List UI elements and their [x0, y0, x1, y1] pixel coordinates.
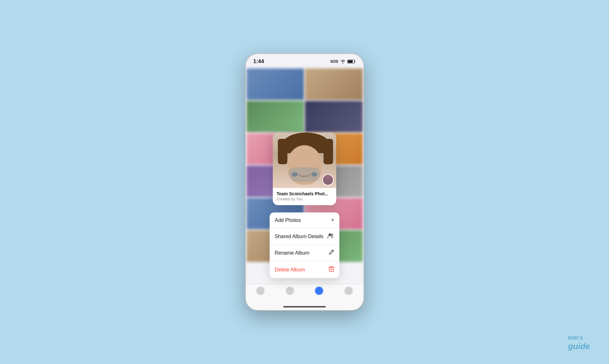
- menu-item-shared-album-details[interactable]: Shared Album Details: [270, 228, 339, 245]
- avatar-inner: [323, 175, 333, 185]
- watermark-line2: guide: [568, 341, 590, 351]
- add-photos-label: Add Photos: [275, 218, 301, 223]
- face-hair-side-right: [324, 139, 333, 164]
- face-shape: [287, 145, 322, 185]
- delete-album-label: Delete Album: [275, 267, 305, 273]
- face-beard: [289, 167, 320, 182]
- rename-album-label: Rename Album: [275, 250, 309, 256]
- battery-icon: [347, 59, 356, 64]
- phone-frame: 1:44 SOS: [245, 53, 364, 311]
- album-preview-card: Team Scmichaels Phot... Created by You: [273, 133, 336, 205]
- menu-item-add-photos[interactable]: Add Photos +: [270, 212, 339, 228]
- face-hair-side-left: [278, 139, 287, 164]
- pencil-icon: [329, 249, 334, 257]
- status-time: 1:44: [253, 58, 264, 65]
- contributor-avatar: [322, 174, 334, 185]
- sos-indicator: SOS: [330, 59, 338, 64]
- status-bar: 1:44 SOS: [246, 54, 363, 68]
- add-icon: +: [331, 217, 334, 224]
- home-indicator: [283, 306, 326, 308]
- album-info: Team Scmichaels Phot... Created by You: [273, 188, 336, 205]
- album-name: Team Scmichaels Phot...: [277, 191, 332, 196]
- svg-rect-1: [348, 60, 353, 63]
- toms-guide-watermark: tom's guide: [568, 335, 590, 351]
- shared-album-details-label: Shared Album Details: [275, 234, 324, 239]
- context-overlay[interactable]: Team Scmichaels Phot... Created by You A…: [246, 54, 363, 310]
- watermark-line1: tom's: [568, 335, 590, 341]
- album-creator: Created by You: [277, 197, 332, 201]
- svg-rect-4: [329, 267, 334, 271]
- status-icons: SOS: [330, 59, 356, 64]
- svg-point-3: [331, 234, 333, 236]
- shared-album-icon: [327, 233, 334, 240]
- menu-item-rename-album[interactable]: Rename Album: [270, 245, 339, 261]
- context-menu: Add Photos + Shared Album Details Rename: [270, 212, 339, 278]
- trash-icon: [329, 266, 334, 274]
- wifi-icon: [340, 60, 345, 63]
- menu-item-delete-album[interactable]: Delete Album: [270, 261, 339, 278]
- album-cover-photo: [273, 133, 336, 188]
